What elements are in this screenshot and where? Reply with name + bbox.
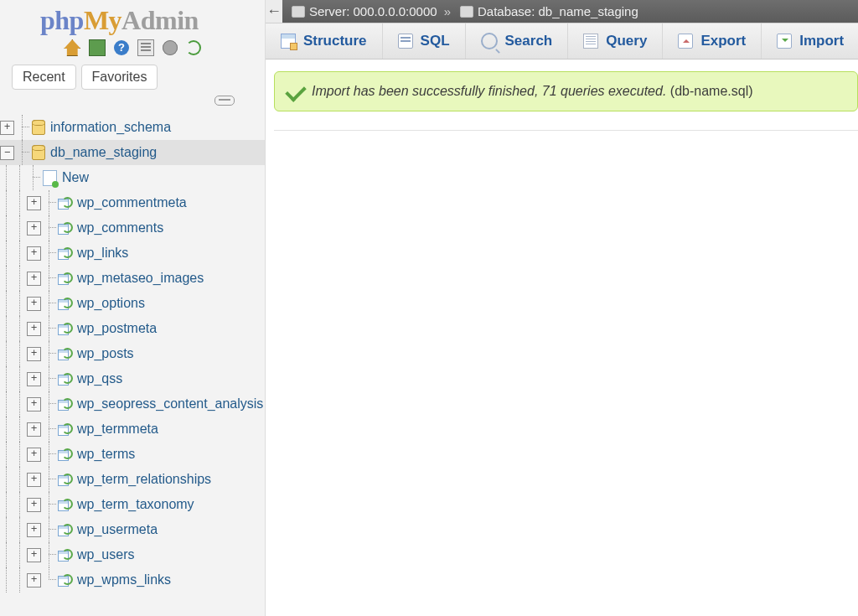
db-row-active[interactable]: −db_name_staging bbox=[0, 140, 265, 165]
breadcrumb-database[interactable]: Database: db_name_staging bbox=[478, 4, 638, 18]
db-label[interactable]: db_name_staging bbox=[50, 145, 157, 160]
reload-icon[interactable] bbox=[186, 40, 201, 55]
table-row[interactable]: +wp_term_relationships bbox=[0, 467, 265, 492]
structure-icon bbox=[281, 34, 296, 49]
expand-icon[interactable]: + bbox=[27, 422, 41, 437]
new-label[interactable]: New bbox=[62, 170, 89, 185]
table-icon bbox=[58, 373, 73, 385]
expand-icon[interactable]: + bbox=[27, 473, 41, 487]
table-row[interactable]: +wp_usermeta bbox=[0, 517, 265, 542]
import-icon bbox=[777, 34, 792, 49]
table-row[interactable]: +wp_metaseo_images bbox=[0, 266, 265, 291]
logout-icon[interactable] bbox=[89, 39, 106, 56]
tab-recent[interactable]: Recent bbox=[12, 65, 76, 90]
expand-icon[interactable]: + bbox=[0, 121, 14, 135]
expand-icon[interactable]: + bbox=[27, 548, 41, 562]
table-label[interactable]: wp_commentmeta bbox=[77, 195, 187, 210]
table-label[interactable]: wp_posts bbox=[77, 346, 134, 361]
tab-query[interactable]: Query bbox=[568, 23, 663, 59]
table-label[interactable]: wp_qss bbox=[77, 371, 122, 386]
collapse-icon[interactable]: − bbox=[0, 146, 14, 160]
docs-icon[interactable] bbox=[137, 39, 154, 56]
expand-icon[interactable]: + bbox=[27, 347, 41, 361]
table-icon bbox=[58, 474, 73, 485]
expand-icon[interactable]: + bbox=[27, 498, 41, 512]
table-row[interactable]: +wp_qss bbox=[0, 366, 265, 391]
table-icon bbox=[58, 448, 73, 460]
expand-icon[interactable]: + bbox=[27, 322, 41, 336]
table-label[interactable]: wp_usermeta bbox=[77, 522, 158, 537]
table-row[interactable]: +wp_options bbox=[0, 291, 265, 316]
tab-sql[interactable]: SQL bbox=[383, 23, 466, 59]
table-icon bbox=[58, 574, 73, 586]
home-icon[interactable] bbox=[64, 39, 80, 56]
table-icon bbox=[58, 272, 73, 284]
query-icon bbox=[583, 34, 598, 49]
sidebar: phpMyAdmin ? Recent Favorites +informati… bbox=[0, 0, 266, 616]
expand-icon[interactable]: + bbox=[27, 372, 41, 386]
table-icon bbox=[58, 423, 73, 435]
table-row[interactable]: +wp_comments bbox=[0, 215, 265, 241]
table-label[interactable]: wp_users bbox=[77, 547, 134, 562]
table-label[interactable]: wp_terms bbox=[77, 447, 135, 462]
table-label[interactable]: wp_seopress_content_analysis bbox=[77, 396, 263, 412]
expand-icon[interactable]: + bbox=[27, 297, 41, 311]
settings-icon[interactable] bbox=[163, 40, 178, 55]
tab-favorites[interactable]: Favorites bbox=[81, 65, 158, 90]
database-icon bbox=[460, 6, 473, 18]
expand-icon[interactable]: + bbox=[27, 573, 41, 588]
expand-icon[interactable]: + bbox=[27, 448, 41, 462]
expand-icon[interactable]: + bbox=[27, 523, 41, 537]
table-label[interactable]: wp_links bbox=[77, 246, 128, 261]
export-icon bbox=[678, 34, 693, 49]
table-row[interactable]: +wp_links bbox=[0, 241, 265, 266]
tab-export[interactable]: Export bbox=[663, 23, 762, 59]
table-label[interactable]: wp_metaseo_images bbox=[77, 271, 204, 286]
help-icon[interactable]: ? bbox=[114, 40, 129, 55]
link-toggle-row bbox=[0, 91, 265, 111]
tab-structure[interactable]: Structure bbox=[266, 23, 383, 59]
table-row[interactable]: +wp_postmeta bbox=[0, 316, 265, 341]
table-row[interactable]: +wp_wpms_links bbox=[0, 567, 265, 593]
expand-icon[interactable]: + bbox=[27, 246, 41, 261]
link-icon[interactable] bbox=[214, 96, 235, 106]
tab-search[interactable]: Search bbox=[466, 23, 569, 59]
table-label[interactable]: wp_term_taxonomy bbox=[77, 497, 194, 512]
success-filename: (db-name.sql) bbox=[670, 84, 753, 98]
success-message: Import has been successfully finished, 7… bbox=[274, 71, 858, 111]
table-row[interactable]: +wp_terms bbox=[0, 442, 265, 467]
new-icon bbox=[43, 170, 57, 186]
table-label[interactable]: wp_options bbox=[77, 296, 145, 311]
table-row[interactable]: +wp_termmeta bbox=[0, 417, 265, 442]
success-text: Import has been successfully finished, 7… bbox=[312, 84, 666, 98]
table-label[interactable]: wp_comments bbox=[77, 220, 163, 236]
table-row[interactable]: +wp_posts bbox=[0, 341, 265, 366]
table-row[interactable]: +wp_seopress_content_analysis bbox=[0, 391, 265, 417]
db-row[interactable]: +information_schema bbox=[0, 115, 265, 140]
table-icon bbox=[58, 197, 73, 209]
sql-icon bbox=[398, 34, 413, 49]
quick-icon-bar: ? bbox=[0, 36, 265, 61]
logo[interactable]: phpMyAdmin bbox=[0, 0, 265, 36]
table-icon bbox=[58, 247, 73, 259]
tab-import[interactable]: Import bbox=[762, 23, 858, 59]
table-label[interactable]: wp_term_relationships bbox=[77, 472, 211, 487]
expand-icon[interactable]: + bbox=[27, 397, 41, 412]
expand-icon[interactable]: + bbox=[27, 196, 41, 210]
db-label[interactable]: information_schema bbox=[50, 120, 171, 135]
table-row[interactable]: +wp_commentmeta bbox=[0, 190, 265, 215]
table-icon bbox=[58, 499, 73, 510]
expand-icon[interactable]: + bbox=[27, 221, 41, 236]
new-table-row[interactable]: New bbox=[0, 165, 265, 190]
breadcrumb-server[interactable]: Server: 000.0.0.0:0000 bbox=[309, 4, 437, 18]
main-tabs: Structure SQL Search Query Export Import bbox=[266, 23, 858, 60]
table-row[interactable]: +wp_users bbox=[0, 542, 265, 567]
table-row[interactable]: +wp_term_taxonomy bbox=[0, 492, 265, 517]
database-icon bbox=[32, 145, 45, 160]
table-label[interactable]: wp_postmeta bbox=[77, 321, 157, 336]
table-label[interactable]: wp_wpms_links bbox=[77, 572, 171, 588]
expand-icon[interactable]: + bbox=[27, 272, 41, 286]
table-label[interactable]: wp_termmeta bbox=[77, 422, 158, 437]
nav-back-button[interactable]: ← bbox=[266, 0, 282, 23]
database-icon bbox=[32, 120, 45, 135]
